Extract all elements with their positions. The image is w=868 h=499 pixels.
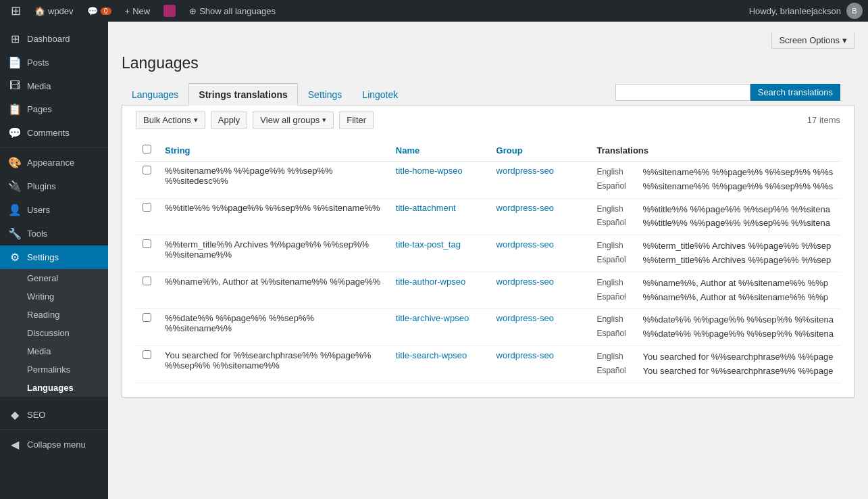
cell-translations: English %%title%% %%page%% %%sep%% %%sit… xyxy=(590,198,840,235)
search-input[interactable] xyxy=(615,84,750,101)
seo-icon: ◆ xyxy=(8,408,22,421)
lang-label: English xyxy=(596,350,637,364)
submenu-languages[interactable]: Languages xyxy=(0,379,108,397)
bulk-actions-button[interactable]: Bulk Actions xyxy=(136,112,205,128)
row-checkbox[interactable] xyxy=(143,350,151,359)
sidebar-item-media[interactable]: 🎞 Media xyxy=(0,74,108,97)
apply-button[interactable]: Apply xyxy=(211,112,248,128)
submenu-discussion[interactable]: Discussion xyxy=(0,324,108,342)
new-content-link[interactable]: + New xyxy=(120,0,156,22)
sidebar-item-users[interactable]: 👤 Users xyxy=(0,198,108,222)
strings-table: String Name Group Translations %%sitenam… xyxy=(136,139,840,383)
settings-icon: ⚙ xyxy=(8,251,22,264)
translation-entry: Español %%name%%, Author at %%sitename%%… xyxy=(596,291,834,305)
row-checkbox[interactable] xyxy=(143,313,151,322)
translation-entry: English %%title%% %%page%% %%sep%% %%sit… xyxy=(596,203,834,217)
sidebar-item-settings[interactable]: ⚙ Settings xyxy=(0,245,108,269)
yoast-link[interactable] xyxy=(158,0,181,22)
sidebar-item-pages[interactable]: 📋 Pages xyxy=(0,97,108,121)
translation-entry: English %%name%%, Author at %%sitename%%… xyxy=(596,277,834,291)
cell-name[interactable]: title-tax-post_tag xyxy=(389,235,490,272)
select-all-checkbox[interactable] xyxy=(143,145,151,153)
settings-submenu: General Writing Reading Discussion Media… xyxy=(0,269,108,397)
sidebar-item-label: Dashboard xyxy=(27,34,70,44)
cell-name[interactable]: title-attachment xyxy=(389,198,490,235)
row-checkbox[interactable] xyxy=(143,277,151,285)
sidebar-item-tools[interactable]: 🔧 Tools xyxy=(0,222,108,245)
header-name[interactable]: Name xyxy=(389,139,490,162)
menu-separator-2 xyxy=(0,400,108,400)
cell-translations: English You searched for %%searchphrase%… xyxy=(590,346,840,383)
table-row: %%date%% %%page%% %%sep%% %%sitename%%ti… xyxy=(136,309,840,346)
cell-group[interactable]: wordpress-seo xyxy=(490,235,590,272)
tab-settings[interactable]: Settings xyxy=(298,83,353,105)
cell-name[interactable]: title-archive-wpseo xyxy=(389,309,490,346)
wp-logo[interactable]: ⊞ xyxy=(5,0,26,22)
translation-entry: Español %%title%% %%page%% %%sep%% %%sit… xyxy=(596,216,834,231)
view-all-groups-button[interactable]: View all groups xyxy=(253,112,334,128)
collapse-menu[interactable]: ◀ Collapse menu xyxy=(0,433,108,456)
row-checkbox[interactable] xyxy=(143,166,151,174)
sidebar-item-posts[interactable]: 📄 Posts xyxy=(0,51,108,74)
lang-label: Español xyxy=(596,254,637,268)
lang-label: English xyxy=(596,313,637,327)
sidebar-item-plugins[interactable]: 🔌 Plugins xyxy=(0,174,108,198)
submenu-general[interactable]: General xyxy=(0,269,108,287)
submenu-permalinks[interactable]: Permalinks xyxy=(0,360,108,379)
header-string[interactable]: String xyxy=(158,139,389,162)
translation-value: %%sitename%% %%page%% %%sep%% %%s xyxy=(642,166,833,180)
site-name-link[interactable]: 🏠 wpdev xyxy=(29,0,79,22)
lang-label: Español xyxy=(596,364,637,379)
tab-lingotek[interactable]: Lingotek xyxy=(352,83,408,105)
search-translations-button[interactable]: Search translations xyxy=(750,84,840,101)
cell-group[interactable]: wordpress-seo xyxy=(490,272,590,309)
cell-name[interactable]: title-author-wpseo xyxy=(389,272,490,309)
cell-name[interactable]: title-home-wpseo xyxy=(389,162,490,199)
dashboard-icon: ⊞ xyxy=(8,32,22,45)
cell-string: %%name%%, Author at %%sitename%% %%page%… xyxy=(158,272,389,309)
tab-strings-translations[interactable]: Strings translations xyxy=(188,83,297,105)
screen-options-button[interactable]: Screen Options ▾ xyxy=(771,32,854,49)
submenu-writing[interactable]: Writing xyxy=(0,287,108,306)
comments-link[interactable]: 💬 0 xyxy=(82,0,117,22)
sidebar-item-label: SEO xyxy=(27,410,45,420)
submenu-media[interactable]: Media xyxy=(0,342,108,360)
sidebar-item-appearance[interactable]: 🎨 Appearance xyxy=(0,151,108,174)
cell-translations: English %%date%% %%page%% %%sep%% %%site… xyxy=(590,309,840,346)
lang-label: English xyxy=(596,277,637,291)
cell-group[interactable]: wordpress-seo xyxy=(490,162,590,199)
sidebar-item-label: Media xyxy=(27,81,51,91)
cell-name[interactable]: title-search-wpseo xyxy=(389,346,490,383)
submenu-reading[interactable]: Reading xyxy=(0,306,108,324)
cell-group[interactable]: wordpress-seo xyxy=(490,309,590,346)
translation-value: You searched for %%searchphrase%% %%page xyxy=(642,350,833,364)
show-languages-link[interactable]: ⊕ Show all languages xyxy=(184,0,281,22)
howdy-text: Howdy, brianleejackson xyxy=(749,6,841,16)
main-content: Screen Options ▾ Languages Languages Str… xyxy=(108,22,868,499)
cell-translations: English %%name%%, Author at %%sitename%%… xyxy=(590,272,840,309)
translation-value: %%title%% %%page%% %%sep%% %%sitena xyxy=(642,203,829,217)
lang-label: Español xyxy=(596,327,637,341)
sidebar-item-label: Posts xyxy=(27,57,49,68)
tab-content-area: Search translations Bulk Actions Apply V… xyxy=(122,105,854,398)
sidebar-item-dashboard[interactable]: ⊞ Dashboard xyxy=(0,27,108,51)
translation-entry: English %%date%% %%page%% %%sep%% %%site… xyxy=(596,313,834,327)
sidebar-item-comments[interactable]: 💬 Comments xyxy=(0,121,108,145)
posts-icon: 📄 xyxy=(8,56,22,69)
row-checkbox[interactable] xyxy=(143,239,151,248)
sidebar-item-seo[interactable]: ◆ SEO xyxy=(0,403,108,427)
filter-button[interactable]: Filter xyxy=(339,112,374,128)
cell-group[interactable]: wordpress-seo xyxy=(490,198,590,235)
appearance-icon: 🎨 xyxy=(8,156,22,169)
home-icon: 🏠 xyxy=(34,6,45,16)
lang-label: Español xyxy=(596,291,637,305)
user-avatar[interactable]: B xyxy=(846,3,863,19)
lang-label: Español xyxy=(596,216,637,231)
users-icon: 👤 xyxy=(8,204,22,216)
table-row: %%name%%, Author at %%sitename%% %%page%… xyxy=(136,272,840,309)
cell-group[interactable]: wordpress-seo xyxy=(490,346,590,383)
table-row: %%sitename%% %%page%% %%sep%% %%sitedesc… xyxy=(136,162,840,199)
header-group[interactable]: Group xyxy=(490,139,590,162)
row-checkbox[interactable] xyxy=(143,203,151,212)
tab-languages[interactable]: Languages xyxy=(122,83,188,105)
